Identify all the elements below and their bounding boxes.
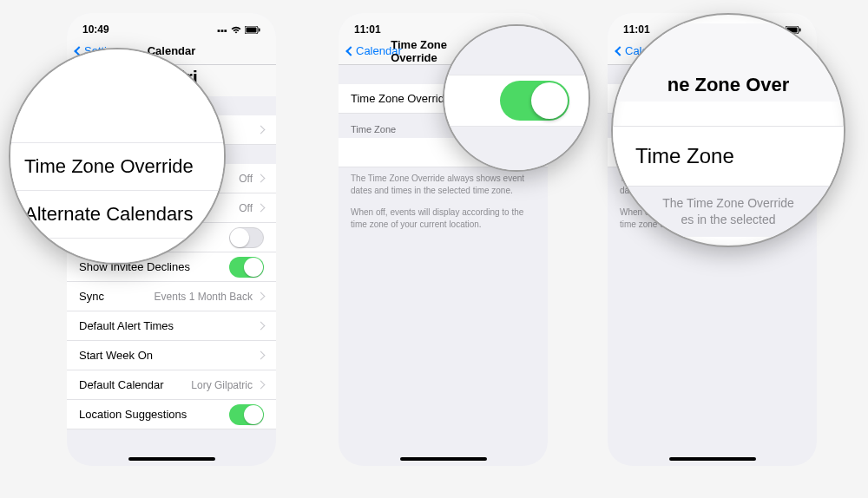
magnifier-footer-line1: The Time Zone Override — [662, 196, 794, 210]
magnifier-title-fragment: ne Zone Over — [667, 70, 790, 96]
chevron-left-icon — [615, 46, 624, 56]
status-time: 11:01 — [623, 23, 650, 36]
chevron-right-icon — [257, 381, 266, 390]
battery-icon — [245, 25, 260, 36]
magnifier-line-1: Time Zone Override — [24, 155, 194, 177]
magnifier-line-2: Alternate Calendars — [24, 203, 193, 225]
magnifier-toggle-on — [443, 24, 590, 172]
row-sync[interactable]: Sync Events 1 Month Back — [67, 282, 276, 311]
wifi-icon — [231, 25, 241, 36]
svg-rect-1 — [247, 28, 257, 33]
home-indicator[interactable] — [128, 457, 215, 461]
footer-text-1: The Time Zone Override always shows even… — [339, 167, 548, 201]
chevron-right-icon — [257, 322, 266, 331]
home-indicator[interactable] — [669, 457, 756, 461]
row-label: Sync — [79, 290, 155, 303]
toggle-on-icon — [500, 81, 569, 121]
chevron-right-icon — [257, 351, 266, 360]
row-value: Lory Gilpatric — [191, 379, 253, 391]
row-value: Events 1 Month Back — [155, 291, 253, 303]
status-time: 11:01 — [354, 23, 381, 36]
chevron-right-icon — [257, 126, 266, 134]
home-indicator[interactable] — [400, 457, 487, 461]
toggle-invitee-declines[interactable] — [229, 257, 264, 278]
row-label: Location Suggestions — [79, 408, 229, 421]
status-time: 10:49 — [82, 23, 109, 36]
toggle-location-suggestions[interactable] — [229, 404, 264, 425]
magnifier-toggle-row — [444, 75, 589, 127]
chevron-right-icon — [257, 204, 266, 213]
magnifier-time-zone-row: ne Zone Over Time Zone The Time Zone Ove… — [611, 13, 845, 247]
row-value: Off — [239, 173, 253, 185]
status-icons: ▪▪▪ — [217, 25, 260, 36]
row-label: Default Calendar — [79, 378, 191, 391]
signal-icon: ▪▪▪ — [217, 25, 227, 36]
svg-rect-2 — [259, 29, 260, 32]
row-default-alert-times[interactable]: Default Alert Times — [67, 311, 276, 341]
magnifier-time-zone-label: Time Zone — [635, 144, 734, 167]
row-location-suggestions[interactable]: Location Suggestions — [67, 400, 276, 429]
chevron-right-icon — [257, 292, 266, 301]
row-label: Start Week On — [79, 349, 258, 362]
row-default-calendar[interactable]: Default Calendar Lory Gilpatric — [67, 370, 276, 400]
row-start-week-on[interactable]: Start Week On — [67, 341, 276, 370]
toggle-week-numbers[interactable] — [229, 227, 264, 248]
row-value: Off — [239, 202, 253, 214]
footer-text-2: When off, events will display according … — [339, 201, 548, 235]
chevron-left-icon — [345, 46, 355, 56]
row-label: Default Alert Times — [79, 319, 258, 332]
magnifier-footer-line2: es in the selected — [681, 213, 776, 226]
status-bar: 10:49 ▪▪▪ — [67, 13, 276, 37]
svg-rect-8 — [799, 29, 801, 32]
chevron-right-icon — [257, 174, 266, 183]
magnifier-time-zone-override-row: Time Zone Override Alternate Calendars — [9, 48, 226, 265]
